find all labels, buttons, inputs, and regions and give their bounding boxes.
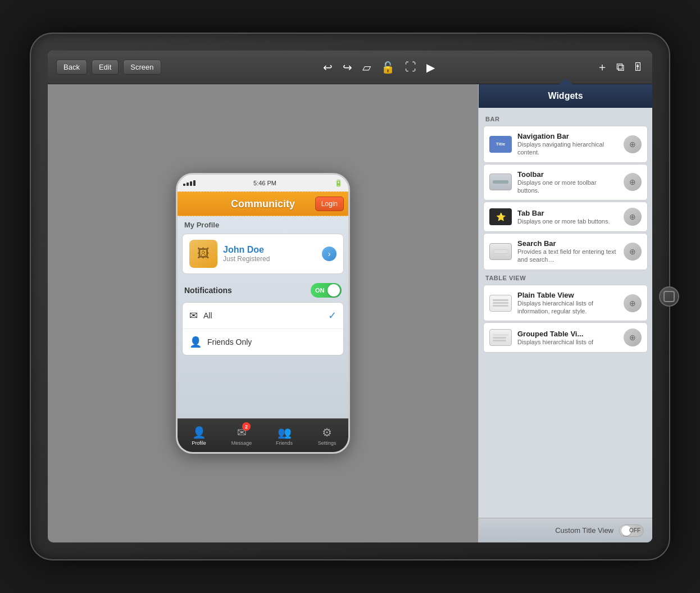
widget-navigation-bar[interactable]: Title Navigation Bar Displays navigating… <box>483 126 648 163</box>
status-time: 5:46 PM <box>253 180 276 186</box>
widget-search-bar[interactable]: Search Bar Provides a text field for ent… <box>483 233 648 270</box>
profile-tab-icon: 👤 <box>192 426 206 439</box>
home-button-inner <box>663 291 675 302</box>
avatar: 🖼 <box>189 240 217 268</box>
signal-bar-1 <box>183 184 185 186</box>
tab-profile[interactable]: 👤 Profile <box>178 419 220 452</box>
widget-toolbar[interactable]: Toolbar Displays one or more toolbar but… <box>483 164 648 201</box>
frame-icon[interactable]: ▱ <box>362 61 371 74</box>
friends-tab-icon: 👥 <box>278 426 292 439</box>
toolbar-thumb <box>489 174 512 190</box>
plain-table-desc: Displays hierarchical lists of informati… <box>517 299 618 316</box>
nav-bar-desc: Displays navigating hierarchical content… <box>517 140 618 157</box>
message-badge: 2 <box>242 422 251 431</box>
widget-grouped-table[interactable]: Grouped Table Vi... Displays hierarchica… <box>483 322 648 353</box>
expand-icon[interactable]: ⛶ <box>405 61 416 74</box>
toggle-on-label: ON <box>315 287 325 294</box>
notification-list: ✉ All ✓ 👤 Friends Only <box>182 302 344 355</box>
lock-icon[interactable]: 🔓 <box>381 61 395 74</box>
toolbar-add-btn[interactable]: ⊕ <box>624 173 642 191</box>
tab-settings[interactable]: ⚙ Settings <box>306 419 348 452</box>
iphone-app-header: Communicity Login <box>178 191 348 216</box>
nav-bar-thumb: Title <box>489 136 512 153</box>
ipad-home-button[interactable] <box>659 286 679 307</box>
play-icon[interactable]: ▶ <box>426 61 435 74</box>
iphone-tabbar: 👤 Profile ✉ Message 2 👥 Friends <box>178 418 348 452</box>
add-icon[interactable]: ＋ <box>597 60 608 75</box>
bar-section-title: BAR <box>479 112 652 125</box>
plain-table-info: Plain Table View Displays hierarchical l… <box>517 291 618 316</box>
toggle-off-label: OFF <box>629 527 640 533</box>
profile-card[interactable]: 🖼 John Doe Just Registered › <box>182 234 344 274</box>
signal-bar-4 <box>193 180 196 186</box>
layers-icon[interactable]: ⧉ <box>616 61 624 74</box>
profile-tab-label: Profile <box>192 440 206 446</box>
grouped-table-info: Grouped Table Vi... Displays hierarchica… <box>517 330 618 346</box>
widget-plain-table[interactable]: Plain Table View Displays hierarchical l… <box>483 285 648 322</box>
widgets-panel-header: Widgets <box>479 84 652 108</box>
tab-message[interactable]: ✉ Message 2 <box>220 419 263 452</box>
widgets-title: Widgets <box>548 91 583 101</box>
nav-bar-add-btn[interactable]: ⊕ <box>624 135 642 153</box>
redo-icon[interactable]: ↪ <box>343 61 352 74</box>
search-bar-desc: Provides a text field for entering text … <box>517 248 618 264</box>
ipad-screen: Back Edit Screen ↩ ↪ ▱ 🔓 ⛶ ▶ ＋ ⧉ 🎚 <box>48 51 652 542</box>
notifications-row: Notifications ON <box>178 279 348 302</box>
signal-bar-3 <box>190 181 192 186</box>
user-name: John Doe <box>223 245 316 255</box>
checkmark-icon: ✓ <box>328 309 337 322</box>
login-button[interactable]: Login <box>315 197 344 211</box>
toolbar-icons: ↩ ↪ ▱ 🔓 ⛶ ▶ <box>323 61 435 74</box>
my-profile-label: My Profile <box>178 216 348 231</box>
nav-bar-name: Navigation Bar <box>517 132 618 140</box>
settings-tab-label: Settings <box>318 440 337 446</box>
notifications-toggle[interactable]: ON <box>311 283 342 298</box>
undo-icon[interactable]: ↩ <box>323 61 333 74</box>
signal-bars <box>183 180 196 186</box>
screen-button[interactable]: Screen <box>123 60 161 75</box>
back-button[interactable]: Back <box>56 60 87 75</box>
plain-table-name: Plain Table View <box>517 291 618 299</box>
search-bar-thumb <box>489 243 512 260</box>
notif-all-label: All <box>203 311 212 320</box>
notif-item-all[interactable]: ✉ All ✓ <box>183 303 343 329</box>
settings-tab-icon: ⚙ <box>322 426 332 439</box>
plain-table-thumb <box>489 295 512 312</box>
signal-bar-2 <box>187 183 189 186</box>
panel-triangle <box>559 79 572 84</box>
profile-arrow-icon[interactable]: › <box>322 247 337 261</box>
friends-tab-label: Friends <box>276 440 293 446</box>
tab-bar-info: Tab Bar Displays one or more tab buttons… <box>517 209 618 225</box>
notif-item-friends[interactable]: 👤 Friends Only <box>183 329 343 355</box>
search-bar-info: Search Bar Provides a text field for ent… <box>517 239 618 264</box>
tab-bar-name: Tab Bar <box>517 209 618 217</box>
tab-bar-desc: Displays one or more tab buttons. <box>517 217 618 225</box>
grouped-table-thumb <box>489 329 512 346</box>
iphone-mockup: 5:46 PM 🔋 Communicity Login My Profile 🖼 <box>176 173 350 454</box>
widgets-content: BAR Title Navigation Bar Displays naviga… <box>479 108 652 518</box>
ipad-frame: Back Edit Screen ↩ ↪ ▱ 🔓 ⛶ ▶ ＋ ⧉ 🎚 <box>30 33 670 560</box>
main-area: 5:46 PM 🔋 Communicity Login My Profile 🖼 <box>48 84 652 542</box>
bottom-bar: Custom Title View OFF <box>479 518 652 542</box>
app-title: Communicity <box>231 198 295 210</box>
edit-button[interactable]: Edit <box>92 60 119 75</box>
grouped-table-name: Grouped Table Vi... <box>517 330 618 338</box>
widget-tab-bar[interactable]: ⭐ Tab Bar Displays one or more tab butto… <box>483 202 648 232</box>
custom-title-toggle[interactable]: OFF <box>619 524 644 537</box>
grouped-table-desc: Displays hierarchical lists of <box>517 338 618 346</box>
widgets-panel: Widgets BAR Title Navigation Bar Display… <box>478 84 652 542</box>
toolbar-name: Toolbar <box>517 170 618 179</box>
toggle-knob <box>328 284 340 296</box>
search-bar-name: Search Bar <box>517 239 618 248</box>
profile-info: John Doe Just Registered <box>223 245 316 263</box>
canvas-area: 5:46 PM 🔋 Communicity Login My Profile 🖼 <box>48 84 478 542</box>
grouped-table-add-btn[interactable]: ⊕ <box>624 329 642 346</box>
nav-bar-info: Navigation Bar Displays navigating hiera… <box>517 132 618 157</box>
tab-friends[interactable]: 👥 Friends <box>263 419 306 452</box>
search-bar-add-btn[interactable]: ⊕ <box>624 243 642 261</box>
message-tab-label: Message <box>231 440 252 446</box>
tab-bar-add-btn[interactable]: ⊕ <box>624 208 642 226</box>
settings-icon[interactable]: 🎚 <box>633 61 644 74</box>
plain-table-add-btn[interactable]: ⊕ <box>624 294 642 312</box>
user-subtitle: Just Registered <box>223 255 316 263</box>
